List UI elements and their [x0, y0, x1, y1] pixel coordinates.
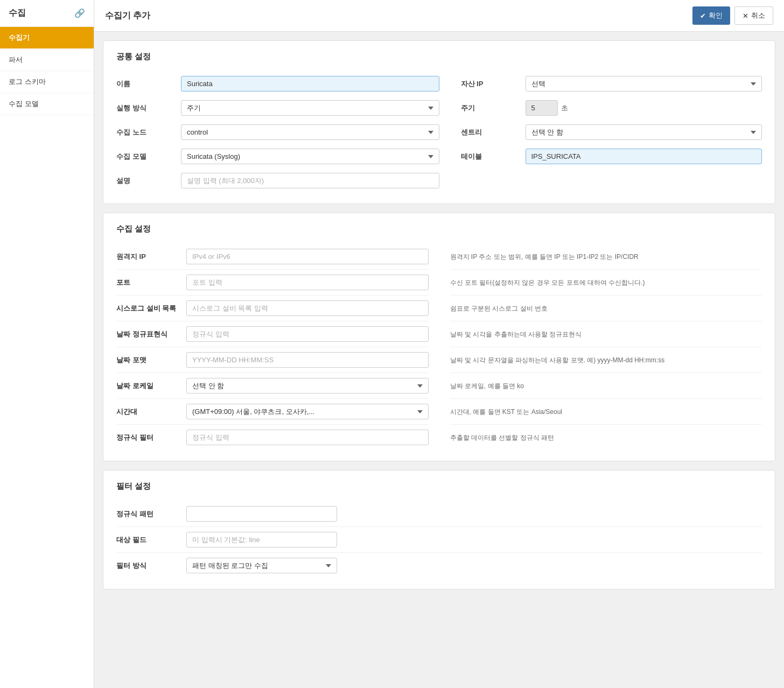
date-regex-desc: 날짜 및 시각을 추출하는데 사용할 정규표현식 — [450, 326, 762, 339]
table-row: 테이블 — [461, 144, 762, 169]
asset-ip-label: 자산 IP — [461, 79, 526, 89]
remote-ip-input[interactable] — [186, 249, 429, 264]
date-format-desc: 날짜 및 시각 문자열을 파싱하는데 사용할 포맷. 예) yyyy-MM-dd… — [450, 352, 762, 365]
syslog-list-desc: 쉼표로 구분된 시스로그 설비 번호 — [450, 300, 762, 313]
port-input[interactable] — [186, 275, 429, 290]
collect-model-label: 수집 모델 — [116, 152, 181, 162]
regex-filter-desc: 추출할 데이터를 선별할 정규식 패턴 — [450, 430, 762, 443]
cancel-icon: ✕ — [743, 12, 748, 20]
date-locale-desc: 날짜 로케일, 예를 들면 ko — [450, 378, 762, 391]
target-field-input[interactable] — [186, 532, 337, 547]
regex-pattern-label: 정규식 패턴 — [116, 509, 186, 519]
filter-method-label: 필터 방식 — [116, 561, 186, 571]
filter-method-select[interactable]: 패턴 매칭된 로그만 수집 — [186, 558, 337, 573]
date-format-input[interactable] — [186, 352, 429, 368]
date-format-label: 날짜 포맷 — [116, 352, 186, 365]
interval-row: 주기 초 — [461, 96, 762, 120]
run-method-row: 실행 방식 주기 — [116, 96, 439, 120]
timezone-select[interactable]: (GMT+09:00) 서울, 야쿠츠크, 오사카,... — [186, 404, 429, 419]
timezone-label: 시간대 — [116, 404, 186, 417]
name-input[interactable] — [181, 76, 439, 92]
table-label: 테이블 — [461, 152, 526, 162]
desc-row: 설명 — [116, 169, 439, 193]
sentry-select[interactable]: 선택 안 함 — [526, 124, 762, 140]
interval-label: 주기 — [461, 103, 526, 113]
date-regex-label: 날짜 정규표현식 — [116, 326, 186, 339]
port-label: 포트 — [116, 275, 186, 287]
target-field-label: 대상 필드 — [116, 535, 186, 545]
sidebar-item-parser[interactable]: 파서 — [0, 49, 94, 71]
sidebar-item-log-schema[interactable]: 로그 스키마 — [0, 71, 94, 93]
checkmark-icon: ✔ — [700, 12, 706, 20]
timezone-desc: 시간대, 예를 들면 KST 또는 Asia/Seoul — [450, 404, 762, 417]
run-method-label: 실행 방식 — [116, 103, 181, 113]
collect-node-row: 수집 노드 control — [116, 120, 439, 144]
sidebar-item-collect-model[interactable]: 수집 모델 — [0, 93, 94, 115]
collect-settings-section: 수집 설정 원격지 IP 원격지 IP 주소 또는 범위, 예를 들면 IP 또… — [103, 213, 775, 461]
interval-unit: 초 — [561, 103, 568, 113]
common-settings-section: 공통 설정 이름 실행 방식 — [103, 40, 775, 204]
sentry-row: 센트리 선택 안 함 — [461, 120, 762, 144]
asset-ip-select[interactable]: 선택 — [526, 76, 762, 92]
remote-ip-label: 원격지 IP — [116, 249, 186, 262]
desc-input[interactable] — [181, 173, 439, 188]
sidebar-item-collector[interactable]: 수집기 — [0, 27, 94, 49]
collect-model-select[interactable]: Suricata (Syslog) — [181, 149, 439, 164]
table-input[interactable] — [526, 149, 762, 164]
confirm-label: 확인 — [709, 11, 723, 20]
port-desc: 수신 포트 필터(설정하지 않은 경우 모든 포트에 대하여 수신합니다.) — [450, 275, 762, 287]
syslog-list-label: 시스로그 설비 목록 — [116, 300, 186, 313]
page-title: 수집기 추가 — [105, 10, 150, 22]
share-icon[interactable]: 🔗 — [74, 8, 85, 18]
regex-pattern-input[interactable] — [186, 506, 337, 522]
sidebar-header: 수집 🔗 — [0, 0, 94, 27]
collect-node-label: 수집 노드 — [116, 128, 181, 137]
top-bar: 수집기 추가 ✔ 확인 ✕ 취소 — [94, 0, 784, 32]
regex-filter-label: 정규식 필터 — [116, 430, 186, 443]
cancel-label: 취소 — [751, 11, 765, 20]
collect-model-row: 수집 모델 Suricata (Syslog) — [116, 144, 439, 169]
run-method-select[interactable]: 주기 — [181, 100, 439, 116]
desc-label: 설명 — [116, 176, 181, 186]
name-label: 이름 — [116, 79, 181, 89]
name-row: 이름 — [116, 72, 439, 96]
sentry-label: 센트리 — [461, 128, 526, 137]
remote-ip-desc: 원격지 IP 주소 또는 범위, 예를 들면 IP 또는 IP1-IP2 또는 … — [450, 249, 762, 262]
common-settings-title: 공통 설정 — [116, 52, 762, 62]
sidebar-title: 수집 — [9, 8, 26, 19]
collect-settings-title: 수집 설정 — [116, 224, 762, 234]
date-locale-select[interactable]: 선택 안 함 — [186, 378, 429, 394]
date-locale-label: 날짜 로케일 — [116, 378, 186, 391]
main-content: 수집기 추가 ✔ 확인 ✕ 취소 공통 설정 — [94, 0, 784, 688]
interval-input[interactable] — [526, 100, 558, 116]
date-regex-input[interactable] — [186, 326, 429, 342]
regex-filter-input[interactable] — [186, 430, 429, 445]
filter-settings-section: 필터 설정 정규식 패턴 대상 필드 필터 방식 패턴 — [103, 470, 775, 589]
filter-settings-title: 필터 설정 — [116, 481, 762, 492]
syslog-list-input[interactable] — [186, 300, 429, 316]
remote-ip-row: 원격지 IP — [116, 244, 429, 270]
asset-ip-row: 자산 IP 선택 — [461, 72, 762, 96]
confirm-button[interactable]: ✔ 확인 — [692, 6, 730, 25]
cancel-button[interactable]: ✕ 취소 — [734, 6, 773, 25]
collect-node-select[interactable]: control — [181, 124, 439, 140]
top-bar-actions: ✔ 확인 ✕ 취소 — [692, 6, 773, 25]
sidebar: 수집 🔗 수집기 파서 로그 스키마 수집 모델 — [0, 0, 94, 688]
